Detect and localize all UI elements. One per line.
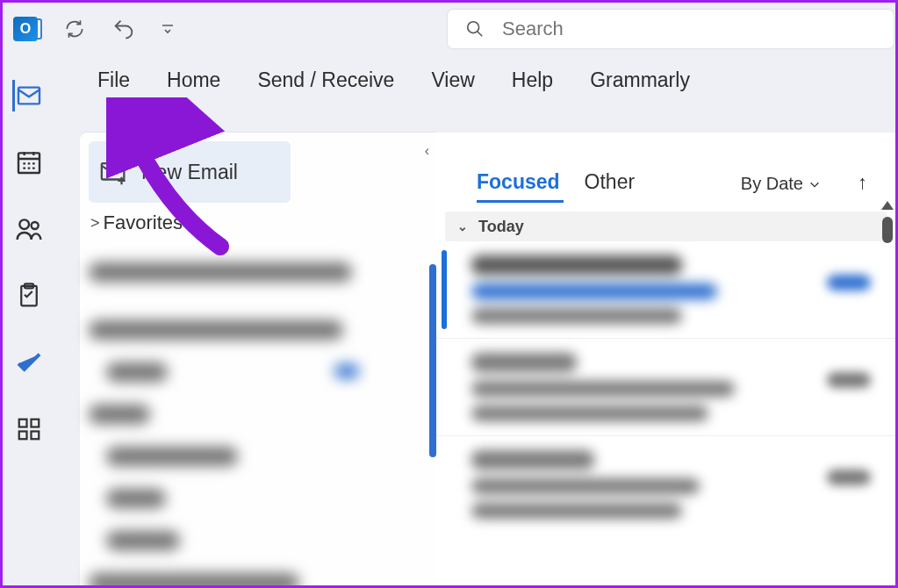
message-list-header: Focused Other By Date ↑ <box>436 133 895 194</box>
new-email-button[interactable]: New Email <box>89 141 291 203</box>
message-list-pane: Focused Other By Date ↑ ⌄ Today <box>436 133 895 585</box>
sort-by-label: By Date <box>741 174 803 194</box>
scroll-up-arrow-icon[interactable] <box>881 201 894 210</box>
folder-tree-blurred <box>89 262 427 588</box>
email-item[interactable] <box>436 338 895 435</box>
svg-rect-7 <box>19 419 27 427</box>
svg-rect-9 <box>19 432 27 440</box>
message-scrollbar[interactable] <box>881 201 894 243</box>
email-time <box>827 275 871 290</box>
list-item[interactable] <box>106 489 166 508</box>
nav-mail-icon[interactable] <box>12 80 44 111</box>
nav-tasks-icon[interactable] <box>13 280 45 312</box>
tab-other[interactable]: Other <box>585 170 636 194</box>
quick-access-toolbar: O <box>3 3 895 55</box>
list-item[interactable] <box>89 573 299 588</box>
new-email-icon <box>99 157 129 187</box>
undo-icon[interactable] <box>111 17 136 41</box>
list-item[interactable] <box>89 262 352 282</box>
left-nav-rail <box>3 55 55 585</box>
svg-point-4 <box>32 222 39 229</box>
email-time <box>827 470 871 485</box>
tab-file[interactable]: File <box>97 68 130 92</box>
tab-home[interactable]: Home <box>167 68 220 92</box>
svg-rect-8 <box>32 419 40 427</box>
email-time <box>827 372 871 388</box>
chevron-down-icon: ⌄ <box>457 219 468 233</box>
nav-todo-icon[interactable] <box>13 347 45 378</box>
logo-letter: O <box>20 21 31 37</box>
new-email-label: New Email <box>141 161 238 184</box>
list-item[interactable] <box>89 405 150 424</box>
list-item[interactable] <box>106 531 180 550</box>
email-item[interactable] <box>436 435 895 533</box>
folder-scrollbar-thumb[interactable] <box>429 264 436 457</box>
search-box[interactable] <box>448 10 894 48</box>
list-item[interactable] <box>106 362 168 382</box>
group-today-label: Today <box>478 218 524 236</box>
search-icon <box>465 19 485 39</box>
refresh-icon[interactable] <box>62 17 87 41</box>
chevron-down-icon <box>808 178 821 190</box>
svg-point-0 <box>468 22 479 33</box>
ribbon-tabs: File Home Send / Receive View Help Gramm… <box>3 55 895 104</box>
email-item[interactable] <box>436 241 895 338</box>
outlook-logo: O <box>13 17 38 41</box>
favorites-header[interactable]: > Favorites <box>89 212 427 234</box>
group-header-today[interactable]: ⌄ Today <box>445 212 887 241</box>
list-item[interactable] <box>89 320 343 340</box>
folder-pane: ‹ New Email > Favorites <box>80 133 436 585</box>
unread-indicator <box>442 250 447 329</box>
tab-help[interactable]: Help <box>512 68 553 92</box>
sort-by-dropdown[interactable]: By Date <box>741 174 821 194</box>
search-input[interactable] <box>502 18 876 40</box>
tab-focused[interactable]: Focused <box>477 170 560 194</box>
sort-direction-arrow-icon[interactable]: ↑ <box>858 171 867 194</box>
tab-view[interactable]: View <box>431 68 474 92</box>
svg-point-3 <box>19 219 29 229</box>
qat-customize-icon[interactable] <box>155 17 180 41</box>
nav-calendar-icon[interactable] <box>13 147 45 178</box>
list-item[interactable] <box>106 447 238 466</box>
scrollbar-thumb[interactable] <box>882 217 893 243</box>
chevron-right-icon: > <box>90 214 100 233</box>
favorites-label: Favorites <box>104 212 183 234</box>
svg-rect-10 <box>32 432 40 440</box>
tab-grammarly[interactable]: Grammarly <box>590 68 690 92</box>
nav-apps-icon[interactable] <box>13 413 45 445</box>
main-content: ‹ New Email > Favorites Focused Other <box>80 133 895 585</box>
collapse-folder-pane-icon[interactable]: ‹ <box>425 143 429 159</box>
nav-people-icon[interactable] <box>13 213 45 245</box>
tab-send-receive[interactable]: Send / Receive <box>257 68 394 92</box>
